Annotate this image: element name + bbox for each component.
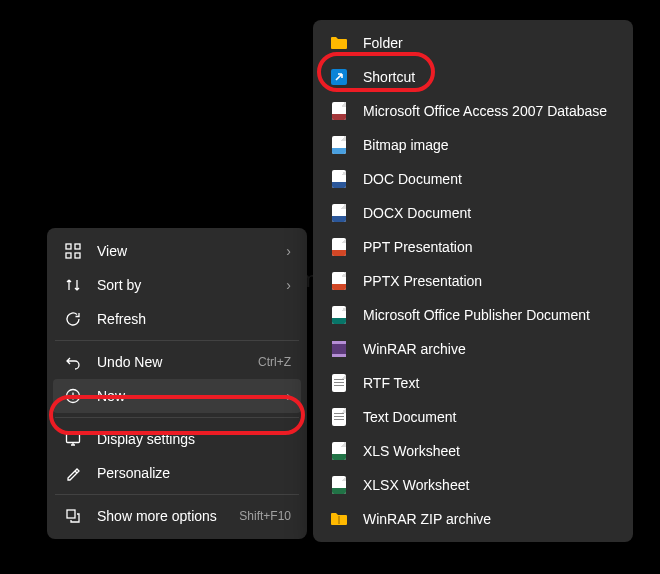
ppt-icon bbox=[329, 237, 349, 257]
menu-item-label: PPTX Presentation bbox=[363, 273, 617, 289]
svg-rect-5 bbox=[67, 434, 80, 443]
menu-item-label: RTF Text bbox=[363, 375, 617, 391]
menu-item-label: Refresh bbox=[97, 311, 291, 327]
menu-item-label: Undo New bbox=[97, 354, 250, 370]
menu-item-sort-by[interactable]: Sort by › bbox=[53, 268, 301, 302]
svg-rect-1 bbox=[75, 244, 80, 249]
menu-item-display-settings[interactable]: Display settings bbox=[53, 422, 301, 456]
rtf-icon bbox=[329, 373, 349, 393]
svg-rect-11 bbox=[338, 516, 340, 524]
menu-item-label: XLSX Worksheet bbox=[363, 477, 617, 493]
menu-item-show-more-options[interactable]: Show more options Shift+F10 bbox=[53, 499, 301, 533]
menu-item-label: Sort by bbox=[97, 277, 278, 293]
personalize-icon bbox=[63, 463, 83, 483]
menu-item-personalize[interactable]: Personalize bbox=[53, 456, 301, 490]
more-icon bbox=[63, 506, 83, 526]
new-folder[interactable]: Folder bbox=[319, 26, 627, 60]
new-shortcut[interactable]: Shortcut bbox=[319, 60, 627, 94]
display-icon bbox=[63, 429, 83, 449]
menu-item-label: DOC Document bbox=[363, 171, 617, 187]
svg-rect-2 bbox=[66, 253, 71, 258]
menu-item-label: Microsoft Office Access 2007 Database bbox=[363, 103, 617, 119]
new-rtf[interactable]: RTF Text bbox=[319, 366, 627, 400]
chevron-right-icon: › bbox=[286, 277, 291, 293]
access-icon bbox=[329, 101, 349, 121]
new-access-db[interactable]: Microsoft Office Access 2007 Database bbox=[319, 94, 627, 128]
menu-item-label: WinRAR ZIP archive bbox=[363, 511, 617, 527]
new-docx[interactable]: DOCX Document bbox=[319, 196, 627, 230]
docx-icon bbox=[329, 203, 349, 223]
view-icon bbox=[63, 241, 83, 261]
menu-item-label: Personalize bbox=[97, 465, 291, 481]
desktop-context-menu: View › Sort by › Refresh Undo New Ctrl+Z bbox=[47, 228, 307, 539]
menu-item-label: XLS Worksheet bbox=[363, 443, 617, 459]
menu-item-label: PPT Presentation bbox=[363, 239, 617, 255]
menu-separator bbox=[55, 494, 299, 495]
menu-item-view[interactable]: View › bbox=[53, 234, 301, 268]
folder-icon bbox=[329, 33, 349, 53]
svg-rect-10 bbox=[332, 354, 346, 357]
svg-rect-6 bbox=[67, 510, 75, 518]
new-xlsx[interactable]: XLSX Worksheet bbox=[319, 468, 627, 502]
menu-item-new[interactable]: New › bbox=[53, 379, 301, 413]
menu-item-label: Folder bbox=[363, 35, 617, 51]
new-pptx[interactable]: PPTX Presentation bbox=[319, 264, 627, 298]
new-zip[interactable]: WinRAR ZIP archive bbox=[319, 502, 627, 536]
new-doc[interactable]: DOC Document bbox=[319, 162, 627, 196]
new-txt[interactable]: Text Document bbox=[319, 400, 627, 434]
shortcut-icon bbox=[329, 67, 349, 87]
new-xls[interactable]: XLS Worksheet bbox=[319, 434, 627, 468]
menu-separator bbox=[55, 417, 299, 418]
doc-icon bbox=[329, 169, 349, 189]
menu-item-label: View bbox=[97, 243, 278, 259]
chevron-right-icon: › bbox=[286, 243, 291, 259]
menu-item-label: DOCX Document bbox=[363, 205, 617, 221]
zip-icon bbox=[329, 509, 349, 529]
svg-rect-9 bbox=[332, 341, 346, 344]
menu-item-label: Show more options bbox=[97, 508, 231, 524]
new-rar[interactable]: WinRAR archive bbox=[319, 332, 627, 366]
rar-icon bbox=[329, 339, 349, 359]
new-bitmap[interactable]: Bitmap image bbox=[319, 128, 627, 162]
menu-item-label: Microsoft Office Publisher Document bbox=[363, 307, 617, 323]
xls-icon bbox=[329, 441, 349, 461]
menu-item-label: Display settings bbox=[97, 431, 291, 447]
svg-rect-0 bbox=[66, 244, 71, 249]
new-icon bbox=[63, 386, 83, 406]
menu-item-label: New bbox=[97, 388, 278, 404]
menu-shortcut: Shift+F10 bbox=[239, 509, 291, 523]
txt-icon bbox=[329, 407, 349, 427]
menu-item-label: Bitmap image bbox=[363, 137, 617, 153]
menu-item-refresh[interactable]: Refresh bbox=[53, 302, 301, 336]
new-ppt[interactable]: PPT Presentation bbox=[319, 230, 627, 264]
xlsx-icon bbox=[329, 475, 349, 495]
undo-icon bbox=[63, 352, 83, 372]
new-publisher[interactable]: Microsoft Office Publisher Document bbox=[319, 298, 627, 332]
sort-icon bbox=[63, 275, 83, 295]
menu-item-undo-new[interactable]: Undo New Ctrl+Z bbox=[53, 345, 301, 379]
menu-item-label: Text Document bbox=[363, 409, 617, 425]
menu-item-label: WinRAR archive bbox=[363, 341, 617, 357]
chevron-right-icon: › bbox=[286, 388, 291, 404]
menu-item-label: Shortcut bbox=[363, 69, 617, 85]
menu-separator bbox=[55, 340, 299, 341]
refresh-icon bbox=[63, 309, 83, 329]
new-submenu: Folder Shortcut Microsoft Office Access … bbox=[313, 20, 633, 542]
bmp-icon bbox=[329, 135, 349, 155]
pub-icon bbox=[329, 305, 349, 325]
menu-shortcut: Ctrl+Z bbox=[258, 355, 291, 369]
svg-rect-3 bbox=[75, 253, 80, 258]
pptx-icon bbox=[329, 271, 349, 291]
